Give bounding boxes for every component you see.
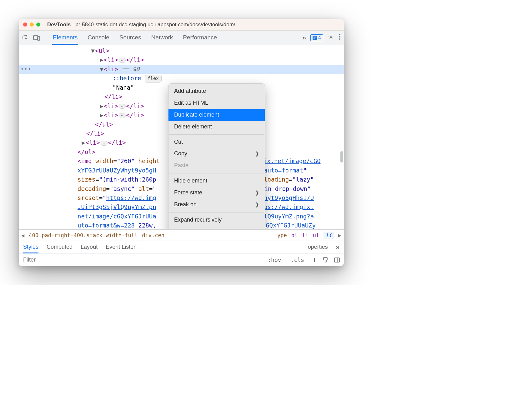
styles-tab-event-listeners[interactable]: Event Listen: [106, 244, 137, 250]
svg-point-5: [339, 34, 340, 35]
gutter-dots-icon[interactable]: •••: [21, 65, 32, 73]
traffic-lights: [23, 22, 40, 27]
issues-badge[interactable]: 4: [310, 34, 323, 41]
context-menu-item[interactable]: Hide element: [168, 175, 265, 187]
styles-tabs: Styles Computed Layout Event Listen oper…: [19, 241, 344, 253]
pseudo-before[interactable]: ::before: [113, 75, 141, 82]
crumb-item[interactable]: 400.pad-right-400.stack.width-full: [29, 232, 138, 238]
svg-point-6: [339, 36, 340, 38]
cls-button[interactable]: .cls: [289, 256, 306, 264]
context-menu-label: Edit as HTML: [174, 99, 208, 108]
ellipsis-icon[interactable]: ⋯: [101, 141, 108, 146]
breadcrumb-left-icon[interactable]: ◀: [21, 232, 24, 238]
context-menu-separator: [169, 134, 264, 135]
crumb-item[interactable]: ol: [291, 232, 298, 238]
computed-toggle-icon[interactable]: [334, 257, 340, 263]
context-menu-label: Copy: [174, 149, 187, 158]
panel-tabs: Elements Console Sources Network Perform…: [52, 31, 298, 45]
dom-li-collapsed-4[interactable]: <li>: [86, 139, 100, 146]
dom-li-collapsed[interactable]: <li>: [104, 56, 118, 63]
selected-dom-node[interactable]: ••• ▼<li> == $0: [19, 65, 344, 74]
context-menu-item[interactable]: Expand recursively: [168, 214, 265, 226]
dom-li-collapsed-2[interactable]: <li>: [104, 102, 118, 109]
elements-panel[interactable]: ▼<ul> ▶<li>⋯</li> ••• ▼<li> == $0 ::befo…: [19, 45, 344, 229]
minimize-icon[interactable]: [30, 22, 34, 27]
text-node-nana[interactable]: "Nana": [113, 84, 134, 91]
context-menu-item[interactable]: Collapse children: [168, 226, 265, 229]
new-style-rule-icon[interactable]: [311, 257, 318, 263]
dom-li-close: </li>: [104, 93, 122, 100]
context-menu-label: Collapse children: [174, 228, 217, 229]
dom-ol-close: </ol>: [78, 148, 95, 155]
context-menu-item: Paste: [168, 160, 265, 172]
context-menu-item[interactable]: Delete element: [168, 121, 265, 133]
styles-tab-properties[interactable]: operties: [308, 244, 328, 250]
svg-rect-9: [334, 258, 339, 262]
context-menu-item[interactable]: Force state❯: [168, 187, 265, 199]
hov-button[interactable]: :hov: [265, 256, 283, 264]
svg-rect-8: [324, 258, 327, 260]
context-menu-label: Hide element: [174, 177, 207, 185]
chevron-right-icon: ❯: [255, 150, 259, 158]
tab-console[interactable]: Console: [87, 31, 110, 45]
kebab-menu-icon[interactable]: [339, 34, 341, 42]
devtools-window: DevTools - pr-5840-static-dot-dcc-stagin…: [19, 19, 344, 266]
zoom-icon[interactable]: [36, 22, 40, 27]
tab-network[interactable]: Network: [151, 31, 174, 45]
inspect-icon[interactable]: [22, 34, 29, 41]
svg-rect-2: [38, 37, 40, 40]
context-menu-label: Duplicate element: [174, 111, 219, 119]
close-icon[interactable]: [23, 22, 27, 27]
device-toggle-icon[interactable]: [33, 34, 40, 41]
context-menu-label: Cut: [174, 138, 183, 147]
settings-icon[interactable]: [328, 33, 334, 42]
context-menu-separator: [169, 173, 264, 173]
styles-filter-bar: :hov .cls: [19, 253, 344, 266]
dom-ul-close: </ul>: [95, 121, 113, 128]
flex-badge[interactable]: flex: [145, 75, 162, 82]
crumb-item[interactable]: ype: [277, 232, 287, 238]
chevron-right-icon: ❯: [255, 201, 259, 209]
svg-point-7: [339, 38, 340, 40]
titlebar: DevTools - pr-5840-static-dot-dcc-stagin…: [19, 19, 344, 31]
dollar-zero-indicator: == $0: [118, 66, 140, 72]
toolbar-separator: [45, 33, 45, 42]
tab-performance[interactable]: Performance: [182, 31, 218, 45]
context-menu-item[interactable]: Edit as HTML: [168, 97, 265, 109]
tab-elements[interactable]: Elements: [52, 31, 78, 45]
context-menu-item[interactable]: Add attribute: [168, 85, 265, 97]
main-toolbar: Elements Console Sources Network Perform…: [19, 31, 344, 45]
context-menu-label: Expand recursively: [174, 216, 222, 224]
context-menu-item[interactable]: Copy❯: [168, 148, 265, 160]
more-tabs-icon[interactable]: »: [303, 34, 306, 41]
styles-tab-styles[interactable]: Styles: [23, 244, 38, 253]
issues-count: 4: [318, 35, 321, 41]
context-menu-item[interactable]: Break on❯: [168, 199, 265, 211]
crumb-item-selected[interactable]: li: [324, 232, 334, 239]
styles-tab-computed[interactable]: Computed: [47, 244, 73, 250]
dom-li-collapsed-3[interactable]: <li>: [104, 112, 118, 118]
window-title: DevTools - pr-5840-static-dot-dcc-stagin…: [47, 22, 235, 28]
styles-filter-input[interactable]: [23, 256, 260, 263]
crumb-item[interactable]: div.cen: [142, 232, 164, 238]
tab-sources[interactable]: Sources: [119, 31, 142, 45]
svg-point-4: [330, 36, 332, 38]
context-menu-label: Add attribute: [174, 87, 206, 96]
context-menu-label: Break on: [174, 200, 197, 209]
crumb-item[interactable]: ul: [313, 232, 319, 238]
ellipsis-icon[interactable]: ⋯: [119, 58, 126, 63]
dom-ul-open[interactable]: <ul>: [95, 47, 109, 54]
breadcrumb-right-icon[interactable]: ▶: [338, 232, 341, 238]
ellipsis-icon[interactable]: ⋯: [119, 113, 126, 118]
crumb-item[interactable]: li: [302, 232, 308, 238]
more-styles-tabs-icon[interactable]: »: [336, 243, 339, 251]
svg-rect-1: [33, 36, 38, 39]
styles-tab-layout[interactable]: Layout: [81, 244, 98, 250]
scrollbar-thumb[interactable]: [340, 151, 343, 162]
context-menu-item[interactable]: Duplicate element: [168, 109, 265, 121]
ellipsis-icon[interactable]: ⋯: [119, 104, 126, 109]
context-menu-label: Delete element: [174, 122, 212, 131]
context-menu-item[interactable]: Cut: [168, 136, 265, 148]
breadcrumb[interactable]: ◀ 400.pad-right-400.stack.width-full div…: [19, 229, 344, 241]
paint-brush-icon[interactable]: [323, 257, 329, 263]
